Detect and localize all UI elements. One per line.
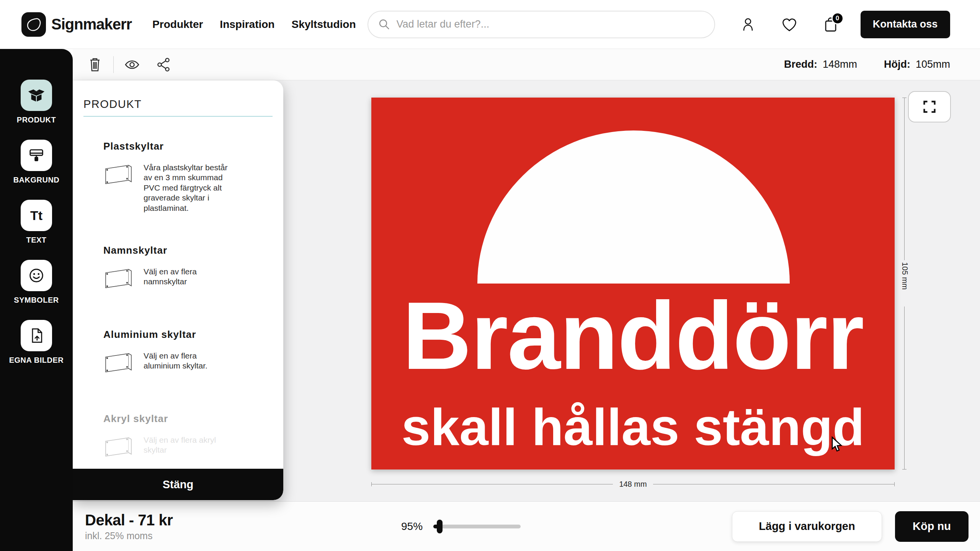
sidebar-label: EGNA BILDER [9, 356, 64, 365]
sidebar: PRODUKT BAKGRUND Tt TEXT SYMBOLER EGNA B… [0, 49, 73, 551]
product-option-title: Plastskyltar [103, 140, 268, 152]
smiley-icon [21, 260, 52, 291]
eye-preview-icon[interactable] [124, 56, 140, 73]
sidebar-item-text[interactable]: Tt TEXT [21, 200, 52, 245]
sign-text-line1[interactable]: Branddörr [371, 288, 895, 384]
product-option-plastskyltar[interactable]: Plastskyltar Våra plastskyltar består av… [103, 140, 268, 213]
trash-icon[interactable] [87, 56, 103, 73]
sidebar-item-symboler[interactable]: SYMBOLER [14, 260, 59, 305]
sidebar-item-produkt[interactable]: PRODUKT [17, 80, 56, 124]
sign-artboard[interactable]: Branddörr skall hållas stängd [371, 98, 895, 469]
account-icon[interactable] [740, 15, 756, 34]
search-input[interactable] [397, 18, 704, 30]
paint-brush-icon [21, 140, 52, 171]
checkout-bar: Dekal - 71 kr inkl. 25% moms 95% Lägg i … [73, 501, 980, 551]
fullscreen-button[interactable] [908, 91, 951, 122]
panel-title: PRODUKT [83, 98, 273, 111]
height-dimension-line: 105 mm [904, 98, 913, 469]
close-panel-button[interactable]: Stäng [73, 469, 283, 500]
cart-bag-icon[interactable]: 0 [822, 15, 839, 34]
text-Tt-icon: Tt [21, 200, 52, 231]
zoom-slider-track[interactable] [433, 525, 521, 528]
product-option-description: Välj en av flera aluminium skyltar. [144, 351, 235, 381]
zoom-slider[interactable] [433, 520, 521, 533]
sign-panel-thumbnail-icon [103, 267, 134, 297]
sidebar-item-egna-bilder[interactable]: EGNA BILDER [9, 320, 64, 365]
search-icon [378, 18, 390, 31]
buy-now-button[interactable]: Köp nu [895, 511, 969, 542]
sign-text-line2[interactable]: skall hållas stängd [371, 401, 895, 453]
search-bar[interactable] [368, 11, 715, 38]
product-option-aluminium-skyltar[interactable]: Aluminium skyltar Välj en av flera alumi… [103, 329, 268, 381]
panel-title-underline [83, 116, 273, 117]
brand-name: Signmakerr [51, 16, 132, 33]
main-nav: Produkter Inspiration Skyltstudion [152, 18, 356, 31]
nav-inspiration[interactable]: Inspiration [220, 18, 274, 31]
height-label: Höjd: [884, 59, 910, 70]
favorites-heart-icon[interactable] [781, 15, 798, 34]
canvas-toolbar: Bredd: 148mm Höjd: 105mm [73, 49, 980, 80]
sign-panel-thumbnail-icon [103, 163, 134, 213]
zoom-control: 95% [401, 520, 521, 533]
product-option-namnskyltar[interactable]: Namnskyltar Välj en av flera namnskyltar [103, 245, 268, 297]
sidebar-label: SYMBOLER [14, 296, 59, 305]
width-value: 148mm [823, 59, 857, 70]
product-sections: Plastskyltar Våra plastskyltar består av… [73, 140, 283, 466]
toolbar-divider [113, 56, 114, 73]
zoom-percent: 95% [401, 520, 423, 533]
brand-logo-icon [21, 12, 46, 37]
sidebar-label: PRODUKT [17, 116, 56, 124]
width-dimension-line: 148 mm [371, 480, 895, 489]
mouse-cursor [829, 436, 844, 453]
sign-panel-thumbnail-icon [103, 351, 134, 381]
purchase-buttons: Lägg i varukorgen Köp nu [732, 511, 969, 542]
open-box-icon [21, 80, 52, 111]
file-upload-icon [21, 320, 52, 351]
cart-count-badge: 0 [831, 12, 844, 24]
sidebar-label: TEXT [26, 236, 46, 245]
sign-panel-thumbnail-icon [103, 435, 134, 466]
sign-dome-shape [477, 130, 790, 284]
product-option-title: Akryl skyltar [103, 413, 268, 424]
header: Signmakerr Produkter Inspiration Skyltst… [0, 0, 980, 49]
price-block: Dekal - 71 kr inkl. 25% moms [85, 512, 173, 541]
product-option-description: Välj en av flera akryl skyltar [144, 435, 235, 466]
nav-produkter[interactable]: Produkter [152, 18, 203, 31]
product-option-description: Våra plastskyltar består av en 3 mm skum… [144, 163, 235, 213]
product-panel: PRODUKT Plastskyltar Våra plastskyltar b… [73, 80, 283, 500]
fullscreen-icon [922, 99, 937, 114]
product-option-akryl-skyltar[interactable]: Akryl skyltar Välj en av flera akryl sky… [103, 413, 268, 466]
share-icon[interactable] [155, 56, 172, 73]
contact-button[interactable]: Kontakta oss [861, 11, 950, 38]
product-price: Dekal - 71 kr [85, 512, 173, 529]
signmaker-app: Signmakerr Produkter Inspiration Skyltst… [0, 0, 980, 551]
add-to-cart-button[interactable]: Lägg i varukorgen [732, 511, 882, 542]
sidebar-label: BAKGRUND [13, 176, 60, 184]
height-dimension-label: 105 mm [900, 262, 909, 290]
product-option-title: Aluminium skyltar [103, 329, 268, 340]
product-option-title: Namnskyltar [103, 245, 268, 256]
brand[interactable]: Signmakerr [21, 12, 132, 37]
product-option-description: Välj en av flera namnskyltar [144, 267, 235, 297]
nav-skyltstudion[interactable]: Skyltstudion [291, 18, 356, 31]
zoom-slider-thumb[interactable] [437, 520, 443, 533]
width-label: Bredd: [784, 59, 817, 70]
sidebar-item-bakgrund[interactable]: BAKGRUND [13, 140, 60, 184]
height-value: 105mm [916, 59, 950, 70]
vat-note: inkl. 25% moms [85, 530, 173, 541]
sign-dimensions: Bredd: 148mm Höjd: 105mm [784, 59, 950, 70]
